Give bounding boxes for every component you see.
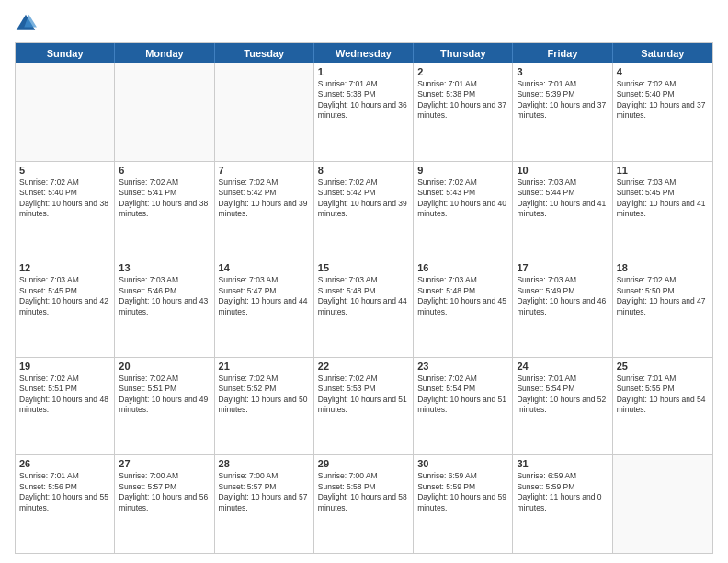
cell-info: Sunrise: 7:01 AMSunset: 5:38 PMDaylight:… <box>318 79 409 121</box>
cell-info: Sunrise: 7:02 AMSunset: 5:54 PMDaylight:… <box>417 373 508 416</box>
day-number: 8 <box>318 165 409 176</box>
day-number: 6 <box>119 165 210 176</box>
calendar-cell: 18Sunrise: 7:02 AMSunset: 5:50 PMDayligh… <box>613 259 712 357</box>
day-number: 26 <box>19 458 110 469</box>
calendar-row-3: 19Sunrise: 7:02 AMSunset: 5:51 PMDayligh… <box>16 358 712 456</box>
logo-icon <box>15 13 37 35</box>
calendar-row-4: 26Sunrise: 7:01 AMSunset: 5:56 PMDayligh… <box>16 455 712 553</box>
calendar-cell: 29Sunrise: 7:00 AMSunset: 5:58 PMDayligh… <box>314 455 414 553</box>
page: SundayMondayTuesdayWednesdayThursdayFrid… <box>0 0 728 563</box>
calendar-cell: 24Sunrise: 7:01 AMSunset: 5:54 PMDayligh… <box>513 358 612 455</box>
calendar-cell: 23Sunrise: 7:02 AMSunset: 5:54 PMDayligh… <box>414 358 513 455</box>
day-number: 1 <box>318 66 409 77</box>
calendar-cell: 31Sunrise: 6:59 AMSunset: 5:59 PMDayligh… <box>513 455 612 553</box>
cell-info: Sunrise: 7:00 AMSunset: 5:57 PMDaylight:… <box>219 471 310 513</box>
cell-info: Sunrise: 7:02 AMSunset: 5:40 PMDaylight:… <box>617 79 709 121</box>
cell-info: Sunrise: 7:02 AMSunset: 5:52 PMDaylight:… <box>219 373 310 416</box>
header <box>15 13 713 35</box>
calendar-cell: 7Sunrise: 7:02 AMSunset: 5:42 PMDaylight… <box>215 162 314 259</box>
cell-info: Sunrise: 7:03 AMSunset: 5:46 PMDaylight:… <box>119 275 210 317</box>
calendar-row-2: 12Sunrise: 7:03 AMSunset: 5:45 PMDayligh… <box>16 259 712 358</box>
day-number: 21 <box>219 361 310 372</box>
calendar-cell: 27Sunrise: 7:00 AMSunset: 5:57 PMDayligh… <box>115 455 214 553</box>
day-number: 23 <box>417 361 508 372</box>
day-number: 29 <box>318 458 409 469</box>
cell-info: Sunrise: 7:01 AMSunset: 5:55 PMDaylight:… <box>617 373 709 416</box>
day-number: 9 <box>417 165 508 176</box>
day-number: 10 <box>517 165 608 176</box>
calendar-cell: 12Sunrise: 7:03 AMSunset: 5:45 PMDayligh… <box>16 259 115 357</box>
calendar-cell: 9Sunrise: 7:02 AMSunset: 5:43 PMDaylight… <box>414 162 513 259</box>
cell-info: Sunrise: 7:02 AMSunset: 5:40 PMDaylight:… <box>19 178 110 220</box>
day-number: 24 <box>517 361 608 372</box>
day-number: 14 <box>219 262 310 273</box>
calendar-cell: 1Sunrise: 7:01 AMSunset: 5:38 PMDaylight… <box>314 63 414 161</box>
header-day-friday: Friday <box>513 43 612 63</box>
calendar-cell: 4Sunrise: 7:02 AMSunset: 5:40 PMDaylight… <box>613 63 712 161</box>
calendar-cell <box>613 455 712 553</box>
cell-info: Sunrise: 7:02 AMSunset: 5:50 PMDaylight:… <box>617 275 709 317</box>
calendar-cell: 25Sunrise: 7:01 AMSunset: 5:55 PMDayligh… <box>613 358 712 455</box>
calendar-cell: 6Sunrise: 7:02 AMSunset: 5:41 PMDaylight… <box>115 162 214 259</box>
calendar-cell: 14Sunrise: 7:03 AMSunset: 5:47 PMDayligh… <box>215 259 314 357</box>
cell-info: Sunrise: 7:03 AMSunset: 5:48 PMDaylight:… <box>417 275 508 317</box>
cell-info: Sunrise: 6:59 AMSunset: 5:59 PMDaylight:… <box>417 471 508 513</box>
day-number: 7 <box>219 165 310 176</box>
calendar-cell: 20Sunrise: 7:02 AMSunset: 5:51 PMDayligh… <box>115 358 214 455</box>
calendar-cell: 28Sunrise: 7:00 AMSunset: 5:57 PMDayligh… <box>215 455 314 553</box>
day-number: 17 <box>517 262 608 273</box>
calendar-cell: 11Sunrise: 7:03 AMSunset: 5:45 PMDayligh… <box>613 162 712 259</box>
header-day-sunday: Sunday <box>16 43 115 63</box>
day-number: 28 <box>219 458 310 469</box>
header-day-tuesday: Tuesday <box>215 43 314 63</box>
day-number: 4 <box>617 66 709 77</box>
calendar-cell: 10Sunrise: 7:03 AMSunset: 5:44 PMDayligh… <box>513 162 612 259</box>
cell-info: Sunrise: 7:02 AMSunset: 5:42 PMDaylight:… <box>318 178 409 220</box>
cell-info: Sunrise: 7:02 AMSunset: 5:43 PMDaylight:… <box>417 178 508 220</box>
calendar-cell: 15Sunrise: 7:03 AMSunset: 5:48 PMDayligh… <box>314 259 414 357</box>
calendar-header: SundayMondayTuesdayWednesdayThursdayFrid… <box>16 43 712 63</box>
cell-info: Sunrise: 7:03 AMSunset: 5:49 PMDaylight:… <box>517 275 608 317</box>
calendar-body: 1Sunrise: 7:01 AMSunset: 5:38 PMDaylight… <box>16 63 712 553</box>
cell-info: Sunrise: 7:01 AMSunset: 5:38 PMDaylight:… <box>417 79 508 121</box>
day-number: 22 <box>318 361 409 372</box>
day-number: 31 <box>517 458 608 469</box>
cell-info: Sunrise: 7:01 AMSunset: 5:56 PMDaylight:… <box>19 471 110 513</box>
cell-info: Sunrise: 7:03 AMSunset: 5:45 PMDaylight:… <box>19 275 110 317</box>
day-number: 13 <box>119 262 210 273</box>
cell-info: Sunrise: 6:59 AMSunset: 5:59 PMDaylight:… <box>517 471 608 513</box>
calendar-cell: 3Sunrise: 7:01 AMSunset: 5:39 PMDaylight… <box>513 63 612 161</box>
header-day-saturday: Saturday <box>613 43 712 63</box>
day-number: 20 <box>119 361 210 372</box>
calendar-cell: 22Sunrise: 7:02 AMSunset: 5:53 PMDayligh… <box>314 358 414 455</box>
day-number: 15 <box>318 262 409 273</box>
header-day-wednesday: Wednesday <box>314 43 414 63</box>
calendar-cell: 19Sunrise: 7:02 AMSunset: 5:51 PMDayligh… <box>16 358 115 455</box>
header-day-thursday: Thursday <box>414 43 513 63</box>
calendar-cell: 17Sunrise: 7:03 AMSunset: 5:49 PMDayligh… <box>513 259 612 357</box>
calendar-cell: 30Sunrise: 6:59 AMSunset: 5:59 PMDayligh… <box>414 455 513 553</box>
cell-info: Sunrise: 7:02 AMSunset: 5:41 PMDaylight:… <box>119 178 210 220</box>
day-number: 2 <box>417 66 508 77</box>
calendar-cell: 8Sunrise: 7:02 AMSunset: 5:42 PMDaylight… <box>314 162 414 259</box>
calendar-cell <box>115 63 214 161</box>
calendar-cell: 21Sunrise: 7:02 AMSunset: 5:52 PMDayligh… <box>215 358 314 455</box>
day-number: 27 <box>119 458 210 469</box>
cell-info: Sunrise: 7:02 AMSunset: 5:51 PMDaylight:… <box>119 373 210 416</box>
calendar-row-0: 1Sunrise: 7:01 AMSunset: 5:38 PMDaylight… <box>16 63 712 162</box>
cell-info: Sunrise: 7:01 AMSunset: 5:39 PMDaylight:… <box>517 79 608 121</box>
calendar-cell <box>16 63 115 161</box>
cell-info: Sunrise: 7:02 AMSunset: 5:42 PMDaylight:… <box>219 178 310 220</box>
cell-info: Sunrise: 7:03 AMSunset: 5:45 PMDaylight:… <box>617 178 709 220</box>
cell-info: Sunrise: 7:02 AMSunset: 5:53 PMDaylight:… <box>318 373 409 416</box>
day-number: 3 <box>517 66 608 77</box>
calendar-cell: 13Sunrise: 7:03 AMSunset: 5:46 PMDayligh… <box>115 259 214 357</box>
day-number: 12 <box>19 262 110 273</box>
cell-info: Sunrise: 7:01 AMSunset: 5:54 PMDaylight:… <box>517 373 608 416</box>
calendar-cell: 26Sunrise: 7:01 AMSunset: 5:56 PMDayligh… <box>16 455 115 553</box>
day-number: 18 <box>617 262 709 273</box>
day-number: 30 <box>417 458 508 469</box>
calendar-cell: 2Sunrise: 7:01 AMSunset: 5:38 PMDaylight… <box>414 63 513 161</box>
day-number: 5 <box>19 165 110 176</box>
calendar-cell <box>215 63 314 161</box>
